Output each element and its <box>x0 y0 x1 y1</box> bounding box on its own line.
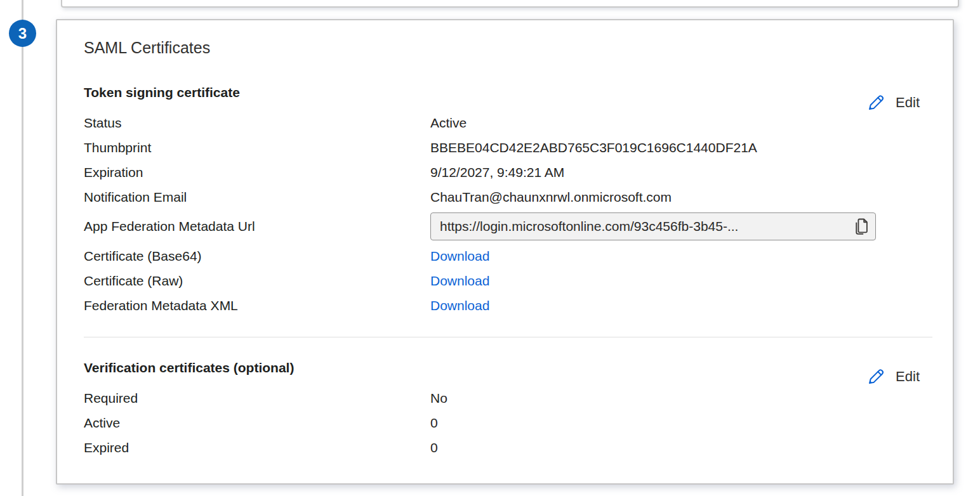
active-label: Active <box>84 415 430 431</box>
notification-email-row: Notification Email ChauTran@chaunxnrwl.o… <box>84 185 932 209</box>
expiration-value: 9/12/2027, 9:49:21 AM <box>430 165 932 180</box>
verification-certificates-heading: Verification certificates (optional) <box>84 359 932 377</box>
thumbprint-label: Thumbprint <box>84 140 430 155</box>
federation-metadata-xml-label: Federation Metadata XML <box>84 298 430 313</box>
notification-email-label: Notification Email <box>84 190 430 205</box>
thumbprint-value: BBEBE04CD42E2ABD765C3F019C1696C1440DF21A <box>430 140 932 155</box>
status-label: Status <box>84 115 430 131</box>
token-signing-edit-button[interactable]: Edit <box>864 93 920 113</box>
token-signing-rows: Status Active Thumbprint BBEBE04CD42E2AB… <box>84 110 932 318</box>
status-value: Active <box>430 115 932 131</box>
expired-value: 0 <box>430 440 932 455</box>
section-divider <box>84 337 932 337</box>
copy-icon <box>853 218 868 235</box>
edit-pencil-icon <box>864 367 885 387</box>
step-connector-line <box>22 0 23 496</box>
expiration-row: Expiration 9/12/2027, 9:49:21 AM <box>84 160 932 185</box>
edit-button-label: Edit <box>896 95 920 111</box>
active-row: Active 0 <box>84 410 932 435</box>
verification-rows: Required No Active 0 Expired 0 <box>84 386 932 460</box>
active-value: 0 <box>430 415 932 431</box>
notification-email-value: ChauTran@chaunxnrwl.onmicrosoft.com <box>430 190 932 205</box>
card-title: SAML Certificates <box>84 38 932 57</box>
expired-label: Expired <box>84 440 430 455</box>
app-federation-metadata-url-row: App Federation Metadata Url https://logi… <box>84 209 932 244</box>
federation-metadata-xml-row: Federation Metadata XML Download <box>84 293 932 318</box>
certificate-base64-row: Certificate (Base64) Download <box>84 244 932 268</box>
federation-metadata-xml-download-link[interactable]: Download <box>430 298 489 313</box>
certificate-raw-label: Certificate (Raw) <box>84 273 430 289</box>
required-value: No <box>430 391 932 406</box>
required-row: Required No <box>84 386 932 410</box>
copy-url-button[interactable] <box>852 217 869 237</box>
edit-button-label: Edit <box>896 369 920 385</box>
app-federation-metadata-url-value: https://login.microsoftonline.com/93c456… <box>440 219 847 234</box>
previous-card-bottom-edge <box>61 0 959 8</box>
edit-pencil-icon <box>864 93 885 113</box>
token-signing-heading: Token signing certificate <box>84 84 932 101</box>
saml-certificates-card: SAML Certificates Edit Token signing cer… <box>56 19 954 485</box>
app-federation-metadata-url-label: App Federation Metadata Url <box>84 219 430 234</box>
certificate-raw-download-link[interactable]: Download <box>430 273 489 288</box>
thumbprint-row: Thumbprint BBEBE04CD42E2ABD765C3F019C169… <box>84 135 932 160</box>
certificate-raw-row: Certificate (Raw) Download <box>84 268 932 293</box>
certificate-base64-download-link[interactable]: Download <box>430 249 489 263</box>
expired-row: Expired 0 <box>84 435 932 460</box>
status-row: Status Active <box>84 110 932 135</box>
app-federation-metadata-url-field[interactable]: https://login.microsoftonline.com/93c456… <box>430 212 876 240</box>
expiration-label: Expiration <box>84 165 430 180</box>
certificate-base64-label: Certificate (Base64) <box>84 249 430 264</box>
step-3-badge: 3 <box>9 20 36 47</box>
verification-certificates-edit-button[interactable]: Edit <box>864 367 920 387</box>
required-label: Required <box>84 391 430 406</box>
